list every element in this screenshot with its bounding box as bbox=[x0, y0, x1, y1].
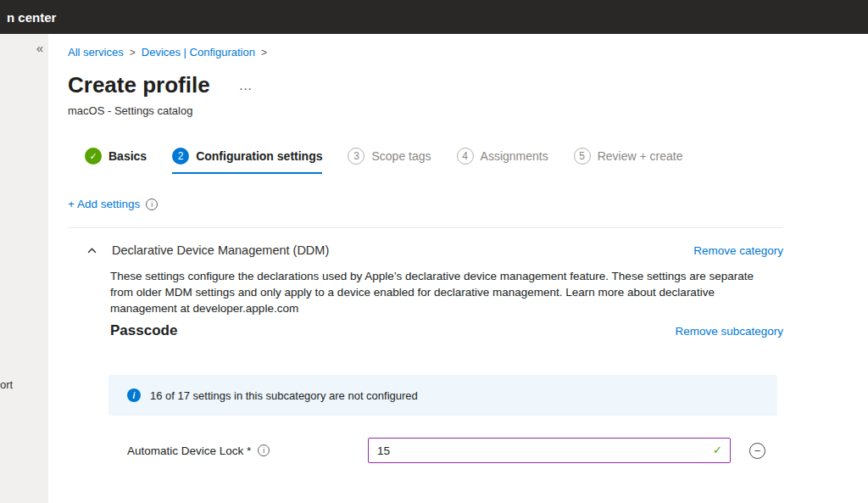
subcategory-title: Passcode bbox=[110, 322, 675, 339]
remove-subcategory-link[interactable]: Remove subcategory bbox=[675, 325, 783, 338]
tab-configuration-settings[interactable]: 2 Configuration settings bbox=[172, 148, 322, 174]
main-content: All services > Devices | Configuration >… bbox=[48, 34, 868, 503]
tab-basics[interactable]: ✓ Basics bbox=[85, 148, 147, 172]
sidebar-collapse-icon[interactable]: « bbox=[36, 41, 43, 55]
tab-configuration-settings-label: Configuration settings bbox=[196, 149, 322, 163]
page-title: Create profile bbox=[68, 72, 210, 98]
breadcrumb-separator-icon: > bbox=[255, 47, 273, 59]
more-options-icon[interactable]: … bbox=[239, 78, 253, 93]
page-subtitle: macOS - Settings catalog bbox=[68, 104, 783, 117]
topbar-title: n center bbox=[7, 10, 56, 25]
tab-scope-tags-label: Scope tags bbox=[371, 149, 431, 163]
category-header: Declarative Device Management (DDM) Remo… bbox=[68, 243, 783, 257]
add-settings-link[interactable]: + Add settings bbox=[68, 198, 140, 210]
step-number-icon: 4 bbox=[457, 148, 474, 165]
step-number-icon: 3 bbox=[348, 148, 364, 165]
step-number-icon: 2 bbox=[172, 148, 189, 165]
title-row: Create profile … bbox=[68, 72, 783, 98]
sidebar-item-partial[interactable]: ort bbox=[0, 378, 13, 391]
tab-scope-tags[interactable]: 3 Scope tags bbox=[348, 148, 431, 172]
topbar: n center bbox=[0, 0, 868, 34]
setting-label-wrap: Automatic Device Lock * i bbox=[127, 444, 368, 457]
remove-setting-icon[interactable]: − bbox=[749, 443, 765, 459]
tab-review-create-label: Review + create bbox=[598, 149, 683, 163]
info-banner-text: 16 of 17 settings in this subcategory ar… bbox=[150, 389, 418, 402]
breadcrumb-devices-configuration[interactable]: Devices | Configuration bbox=[142, 46, 255, 59]
info-icon: i bbox=[258, 444, 270, 456]
add-settings-row: + Add settings i bbox=[68, 198, 783, 210]
sidebar: « ort bbox=[0, 34, 48, 503]
remove-category-link[interactable]: Remove category bbox=[693, 244, 783, 257]
collapse-chevron-icon[interactable] bbox=[86, 245, 97, 256]
divider bbox=[68, 227, 783, 228]
subcategory-header: Passcode Remove subcategory bbox=[110, 322, 783, 339]
tab-assignments[interactable]: 4 Assignments bbox=[457, 148, 548, 172]
info-icon: i bbox=[146, 198, 158, 210]
check-circle-icon: ✓ bbox=[85, 148, 102, 165]
breadcrumb-separator-icon: > bbox=[124, 47, 142, 59]
automatic-device-lock-input[interactable] bbox=[368, 438, 731, 463]
wizard-tabs: ✓ Basics 2 Configuration settings 3 Scop… bbox=[68, 148, 783, 174]
screen: n center « ort All services > Devices | … bbox=[0, 0, 868, 503]
tab-basics-label: Basics bbox=[108, 149, 147, 163]
category-description: These settings configure the declaration… bbox=[110, 268, 770, 316]
info-icon: i bbox=[127, 388, 141, 402]
category-title: Declarative Device Management (DDM) bbox=[112, 243, 693, 257]
breadcrumb-all-services[interactable]: All services bbox=[68, 46, 124, 59]
tab-assignments-label: Assignments bbox=[481, 149, 548, 163]
setting-row: Automatic Device Lock * i ✓ − bbox=[127, 438, 783, 463]
breadcrumb: All services > Devices | Configuration > bbox=[68, 46, 783, 59]
automatic-device-lock-label: Automatic Device Lock * bbox=[127, 444, 251, 457]
tab-review-create[interactable]: 5 Review + create bbox=[574, 148, 683, 172]
info-banner: i 16 of 17 settings in this subcategory … bbox=[108, 375, 777, 416]
step-number-icon: 5 bbox=[574, 148, 591, 165]
input-wrap: ✓ bbox=[368, 438, 731, 463]
